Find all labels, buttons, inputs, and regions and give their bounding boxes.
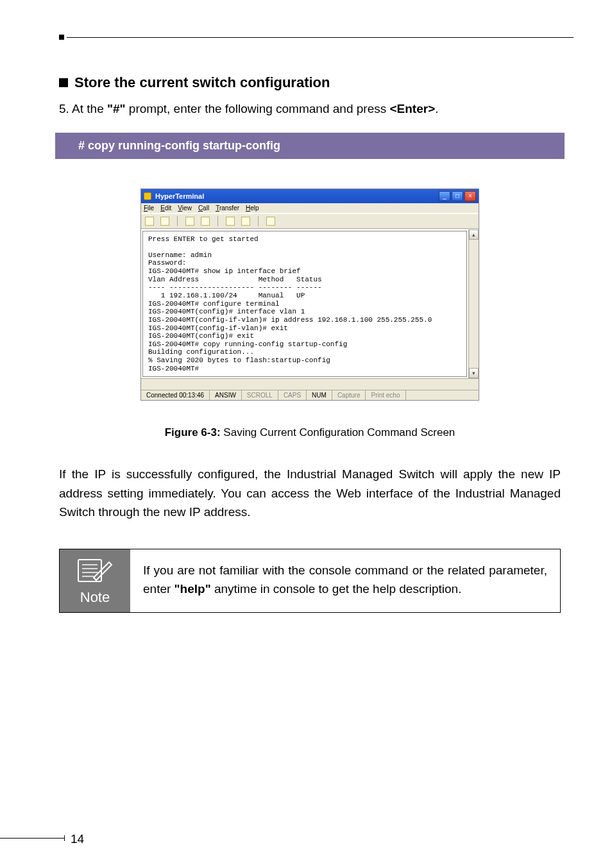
notepad-pen-icon [76,556,114,585]
status-emulation: ANSIW [210,390,242,400]
menu-call[interactable]: Call [198,204,209,212]
command-text: # copy running-config startup-config [78,139,280,152]
receive-icon[interactable] [241,217,250,226]
command-bar: # copy running-config startup-config [55,133,565,159]
step-text-mid: prompt, enter the following command and … [126,102,390,115]
section-heading: Store the current switch configuration [59,74,561,91]
page-number: 14 [71,832,84,846]
header-line [67,37,574,38]
app-icon [144,192,151,200]
close-button[interactable]: × [464,191,476,201]
toolbar-divider [258,216,259,226]
hangup-icon[interactable] [201,217,210,226]
window-buttons: _ □ × [439,191,476,201]
status-caps: CAPS [278,390,307,400]
header-square-marker [59,35,64,40]
window-titlebar: HyperTerminal _ □ × [141,189,479,203]
note-box: Note If you are not familiar with the co… [59,549,561,613]
status-printecho: Print echo [366,390,405,400]
step-text-suffix: . [435,102,438,115]
hyperterminal-window: HyperTerminal _ □ × File Edit View Call … [140,188,479,401]
minimize-button[interactable]: _ [439,191,450,201]
menu-file[interactable]: File [144,204,154,212]
properties-icon[interactable] [266,217,275,226]
send-icon[interactable] [226,217,235,226]
toolbar [141,213,479,229]
document-page: Store the current switch configuration 5… [0,0,612,868]
menu-transfer[interactable]: Transfer [216,204,239,212]
footer-rule [0,838,64,839]
vertical-scrollbar[interactable]: ▴ ▾ [468,230,479,379]
step-instruction: 5. At the "#" prompt, enter the followin… [59,100,561,119]
toolbar-divider [217,216,218,226]
maximize-button[interactable]: □ [452,191,463,201]
note-help-literal: "help" [174,582,211,596]
call-icon[interactable] [185,217,194,226]
status-scroll: SCROLL [242,390,278,400]
titlebar-left: HyperTerminal [144,192,204,200]
figure-label: Figure 6-3: [165,426,221,438]
note-label-panel: Note [60,549,130,612]
step-text-prefix: 5. At the [59,102,107,115]
new-icon[interactable] [145,217,154,226]
horizontal-scrollbar-area [141,378,479,390]
status-capture: Capture [332,390,366,400]
note-post: anytime in console to get the help descr… [211,582,462,596]
menu-bar: File Edit View Call Transfer Help [141,203,479,213]
window-title: HyperTerminal [155,192,204,200]
terminal-output[interactable]: Press ENTER to get started Username: adm… [142,231,467,378]
figure-caption: Figure 6-3: Saving Current Configuration… [59,426,561,439]
scroll-down-icon[interactable]: ▾ [469,368,479,378]
status-bar: Connected 00:13:46 ANSIW SCROLL CAPS NUM… [141,390,479,400]
status-num: NUM [307,390,332,400]
open-icon[interactable] [160,217,169,226]
toolbar-divider [177,216,178,226]
heading-text: Store the current switch configuration [74,74,330,91]
menu-view[interactable]: View [178,204,192,212]
status-connected: Connected 00:13:46 [141,390,210,400]
figure-text: Saving Current Configuration Command Scr… [221,426,455,438]
header-rule [59,37,561,44]
note-label-text: Note [80,589,110,606]
body-paragraph: If the IP is successfully configured, th… [59,465,561,521]
bullet-square-icon [59,78,68,87]
footer-tick [64,835,65,841]
terminal-area: Press ENTER to get started Username: adm… [141,229,479,390]
menu-help[interactable]: Help [246,204,259,212]
enter-key: <Enter> [389,102,435,115]
menu-edit[interactable]: Edit [160,204,171,212]
scroll-up-icon[interactable]: ▴ [469,230,479,240]
prompt-literal: "#" [107,102,126,115]
note-text: If you are not familiar with the console… [130,549,560,612]
